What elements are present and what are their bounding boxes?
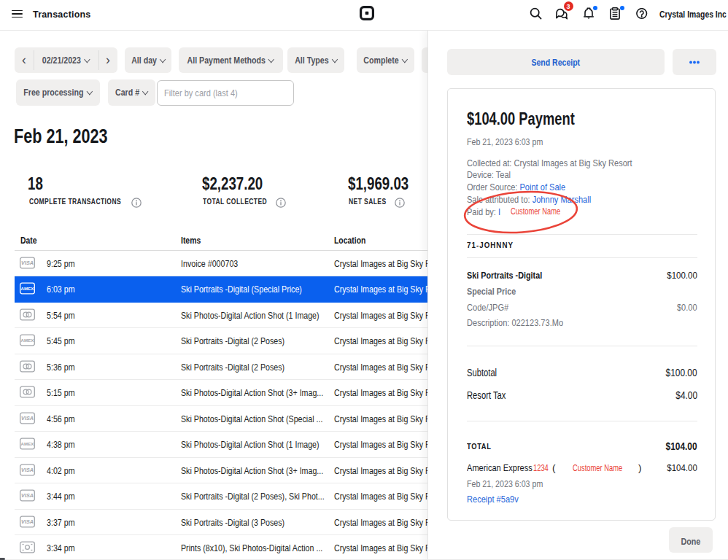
svg-text:VISA: VISA bbox=[21, 259, 34, 265]
svg-text:VISA: VISA bbox=[21, 518, 34, 524]
svg-text:AMEX: AMEX bbox=[21, 338, 35, 343]
svg-text:VISA: VISA bbox=[21, 492, 34, 499]
svg-text:AMEX: AMEX bbox=[21, 286, 35, 291]
svg-text:AMEX: AMEX bbox=[21, 441, 35, 446]
svg-text:VISA: VISA bbox=[21, 466, 34, 472]
svg-text:VISA: VISA bbox=[21, 414, 34, 421]
